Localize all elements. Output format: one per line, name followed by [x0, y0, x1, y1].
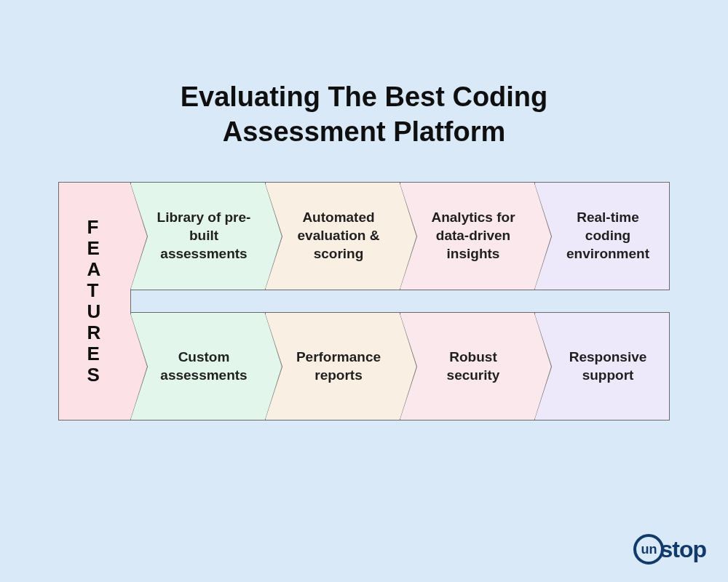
feature-auto-eval: Automated evaluation & scoring	[266, 182, 400, 290]
feature-custom: Custom assessments	[130, 312, 266, 420]
features-label-column: FEATURES	[58, 182, 131, 420]
feature-perf-reports-label: Performance reports	[288, 348, 389, 384]
feature-security-label: Robust security	[422, 348, 524, 384]
title-line-1: Evaluating The Best Coding	[181, 81, 548, 112]
feature-realtime-env-label: Real-time coding environment	[557, 209, 659, 263]
feature-analytics-label: Analytics for data-driven insights	[422, 209, 524, 263]
feature-support: Responsive support	[535, 312, 670, 420]
feature-perf-reports: Performance reports	[266, 312, 400, 420]
feature-row-2: Custom assessments Performance reports R…	[130, 312, 670, 420]
feature-row-1: Library of pre-built assessments Automat…	[130, 182, 670, 290]
feature-security: Robust security	[400, 312, 535, 420]
feature-auto-eval-label: Automated evaluation & scoring	[288, 209, 389, 263]
title-line-2: Assessment Platform	[223, 116, 506, 147]
feature-custom-label: Custom assessments	[153, 348, 255, 384]
logo-prefix: un	[641, 542, 657, 557]
feature-rows: Library of pre-built assessments Automat…	[130, 182, 670, 420]
feature-library-label: Library of pre-built assessments	[153, 209, 255, 263]
features-vertical-text: FEATURES	[87, 217, 103, 386]
logo-suffix: stop	[660, 536, 706, 563]
feature-realtime-env: Real-time coding environment	[535, 182, 670, 290]
feature-analytics: Analytics for data-driven insights	[400, 182, 535, 290]
features-diagram: FEATURES Library of pre-built assessment…	[58, 182, 670, 420]
page-title: Evaluating The Best Coding Assessment Pl…	[0, 80, 728, 149]
feature-library: Library of pre-built assessments	[130, 182, 266, 290]
brand-logo: un stop	[633, 534, 706, 565]
feature-support-label: Responsive support	[557, 348, 659, 384]
